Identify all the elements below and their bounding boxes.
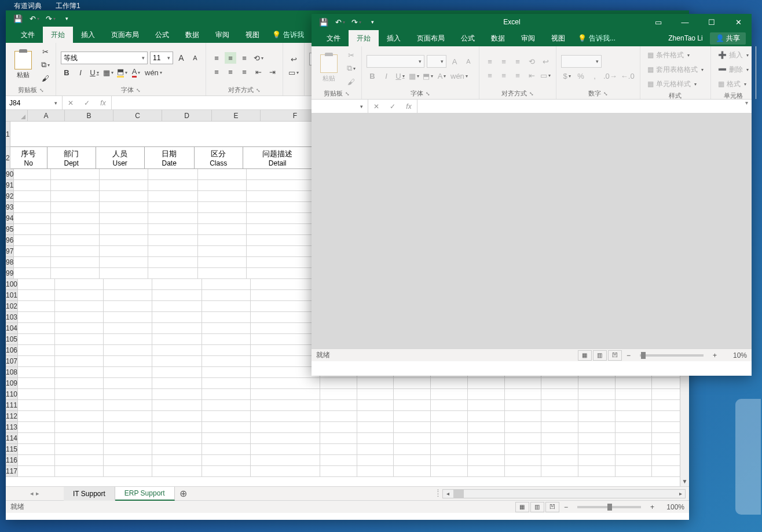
tab-review[interactable]: 审阅 xyxy=(207,27,237,43)
cell[interactable] xyxy=(251,356,320,367)
cell[interactable] xyxy=(198,268,247,279)
cell[interactable] xyxy=(251,323,320,334)
cell[interactable] xyxy=(55,279,104,290)
row-header[interactable]: 99 xyxy=(6,268,14,279)
font-size-combo[interactable]: 11▾ xyxy=(150,52,173,64)
cell[interactable] xyxy=(394,400,431,411)
cell[interactable] xyxy=(251,466,320,477)
cell[interactable] xyxy=(55,466,104,477)
header-cell[interactable]: 部门Dept xyxy=(47,147,96,169)
close-button[interactable]: ✕ xyxy=(725,14,752,30)
cell[interactable] xyxy=(152,334,202,345)
undo-icon[interactable]: ↶▾ xyxy=(28,12,41,25)
tab-file[interactable]: 文件 xyxy=(318,30,349,46)
cell[interactable] xyxy=(578,389,616,400)
cell[interactable] xyxy=(357,455,394,466)
cell[interactable] xyxy=(541,422,578,433)
cell[interactable] xyxy=(320,444,357,455)
cell[interactable] xyxy=(578,444,616,455)
taskbar-item[interactable]: 有道词典 xyxy=(14,1,42,11)
new-sheet-button[interactable]: ⊕ xyxy=(175,488,192,499)
cell[interactable] xyxy=(152,378,202,389)
zoom-in-button[interactable]: + xyxy=(709,351,720,359)
cell[interactable] xyxy=(198,213,247,224)
redo-icon[interactable]: ↷▾ xyxy=(350,16,362,28)
cell[interactable] xyxy=(148,202,198,213)
tab-data[interactable]: 数据 xyxy=(177,27,207,43)
cell[interactable] xyxy=(104,345,152,356)
cell[interactable] xyxy=(251,400,320,411)
sheet-tab-erp-support[interactable]: ERP Support xyxy=(115,487,175,501)
cell[interactable] xyxy=(18,356,55,367)
cell[interactable] xyxy=(100,246,148,257)
cell[interactable] xyxy=(202,433,251,444)
cell[interactable] xyxy=(616,422,653,433)
cell[interactable] xyxy=(357,411,394,422)
cell[interactable] xyxy=(251,279,320,290)
scroll-left-icon[interactable]: ◂ xyxy=(443,490,452,497)
cell[interactable] xyxy=(152,433,202,444)
cell[interactable] xyxy=(202,422,251,433)
cell[interactable] xyxy=(148,268,198,279)
cell[interactable] xyxy=(202,356,251,367)
cell[interactable] xyxy=(100,169,148,180)
row-header[interactable]: 106 xyxy=(6,345,18,356)
name-box-input[interactable] xyxy=(312,102,358,111)
format-painter-icon[interactable]: 🖌 xyxy=(39,72,51,84)
cell[interactable] xyxy=(55,411,104,422)
cell[interactable] xyxy=(152,444,202,455)
cell[interactable] xyxy=(431,444,468,455)
cell[interactable] xyxy=(100,268,148,279)
cell[interactable] xyxy=(104,455,152,466)
row-header[interactable]: 102 xyxy=(6,301,18,312)
cell[interactable] xyxy=(18,334,55,345)
tab-insert[interactable]: 插入 xyxy=(379,30,409,46)
tab-formulas[interactable]: 公式 xyxy=(147,27,177,43)
cell[interactable] xyxy=(55,455,104,466)
row-header[interactable]: 100 xyxy=(6,279,18,290)
cell[interactable] xyxy=(202,400,251,411)
cell[interactable] xyxy=(55,312,104,323)
cell[interactable] xyxy=(357,389,394,400)
cell[interactable] xyxy=(198,257,247,268)
cell[interactable] xyxy=(104,334,152,345)
cell[interactable] xyxy=(202,312,251,323)
cell[interactable] xyxy=(251,290,320,301)
cell[interactable] xyxy=(616,389,653,400)
cell[interactable] xyxy=(202,345,251,356)
cell[interactable] xyxy=(202,411,251,422)
cell[interactable] xyxy=(394,411,431,422)
cell[interactable] xyxy=(18,367,55,378)
cell[interactable] xyxy=(505,422,542,433)
cell[interactable] xyxy=(198,235,247,246)
cell[interactable] xyxy=(152,455,202,466)
row-header[interactable]: 2 xyxy=(6,147,10,169)
cell[interactable] xyxy=(505,411,542,422)
cell[interactable] xyxy=(55,400,104,411)
zoom-out-button[interactable]: − xyxy=(560,503,572,511)
cell[interactable] xyxy=(320,466,357,477)
row-header[interactable]: 92 xyxy=(6,191,14,202)
cell[interactable] xyxy=(616,466,653,477)
cell[interactable] xyxy=(541,411,578,422)
cell[interactable] xyxy=(51,257,100,268)
zoom-slider[interactable] xyxy=(640,354,704,357)
cell[interactable] xyxy=(431,400,468,411)
header-cell[interactable]: 人员User xyxy=(96,147,145,169)
cell[interactable] xyxy=(51,235,100,246)
qat-customize-icon[interactable]: ▾ xyxy=(60,12,73,25)
cell[interactable] xyxy=(505,455,542,466)
row-header[interactable]: 110 xyxy=(6,389,18,400)
tell-me[interactable]: 💡 告诉我 xyxy=(268,27,304,43)
row-header[interactable]: 117 xyxy=(6,466,18,477)
cell[interactable] xyxy=(251,422,320,433)
name-box-input[interactable] xyxy=(6,99,52,107)
cell[interactable] xyxy=(148,213,198,224)
cell[interactable] xyxy=(320,433,357,444)
cell[interactable] xyxy=(202,367,251,378)
cell[interactable] xyxy=(251,345,320,356)
tab-insert[interactable]: 插入 xyxy=(73,27,103,43)
cell[interactable] xyxy=(104,323,152,334)
column-header[interactable]: B xyxy=(65,110,113,121)
row-header[interactable]: 98 xyxy=(6,257,14,268)
